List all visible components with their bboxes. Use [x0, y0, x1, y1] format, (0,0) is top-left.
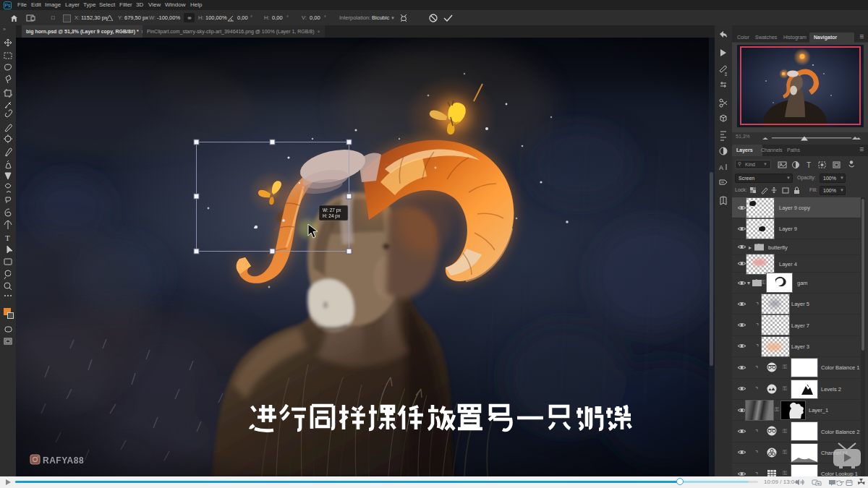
svg-text:RAFYA88: RAFYA88: [43, 455, 84, 466]
svg-text:T: T: [5, 234, 10, 242]
svg-text:W: 27 px: W: 27 px: [323, 207, 341, 213]
svg-text:T: T: [807, 161, 811, 169]
svg-text:A: A: [719, 164, 723, 171]
svg-text:H: 24 px: H: 24 px: [323, 213, 341, 219]
